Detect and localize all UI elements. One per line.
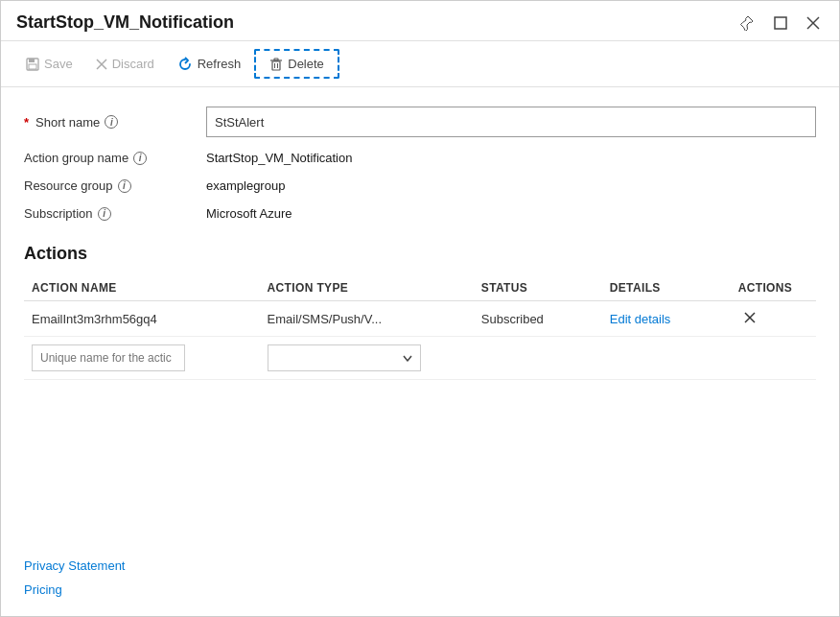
svg-rect-8 [272, 61, 280, 70]
save-button[interactable]: Save [16, 51, 82, 77]
discard-button[interactable]: Discard [86, 51, 164, 77]
new-action-details-cell [602, 337, 731, 380]
short-name-label: Short name [35, 115, 100, 130]
new-action-status-cell [474, 337, 602, 380]
subscription-label: Subscription [24, 206, 93, 221]
close-icon [806, 16, 820, 30]
actions-section: Actions ACTION NAME ACTION TYPE STATUS D… [24, 244, 816, 380]
resource-group-label-container: Resource group i [24, 178, 206, 193]
action-group-name-label: Action group name [24, 151, 128, 165]
delete-row-button[interactable] [738, 309, 761, 328]
panel-title: StartStop_VM_Notification [16, 12, 234, 33]
delete-button[interactable]: Delete [254, 49, 339, 79]
actions-table: ACTION NAME ACTION TYPE STATUS DETAILS A… [24, 275, 816, 380]
footer-links: Privacy Statement Pricing [24, 543, 816, 597]
remove-icon [744, 312, 756, 323]
subscription-row: Subscription i Microsoft Azure [24, 206, 816, 221]
save-icon [26, 58, 39, 71]
refresh-label: Refresh [198, 57, 242, 71]
discard-label: Discard [112, 57, 154, 71]
chevron-down-icon [403, 355, 412, 362]
toolbar: Save Discard Refresh Delete [1, 41, 839, 87]
action-type-dropdown[interactable] [268, 344, 421, 371]
short-name-info-icon[interactable]: i [105, 115, 118, 129]
svg-rect-10 [274, 59, 278, 60]
col-header-status: STATUS [474, 275, 602, 301]
short-name-row: * Short name i [24, 107, 816, 137]
refresh-icon [177, 57, 193, 72]
action-actions-cell [731, 301, 816, 337]
new-action-type-cell [260, 337, 474, 380]
edit-details-link[interactable]: Edit details [610, 312, 671, 326]
action-name-cell: EmailInt3m3rhm56gq4 [24, 301, 260, 337]
close-button[interactable] [803, 14, 824, 32]
window-controls [735, 13, 824, 33]
col-header-actions: ACTIONS [731, 275, 816, 301]
table-row: EmailInt3m3rhm56gq4 Email/SMS/Push/V... … [24, 301, 816, 337]
resource-group-label: Resource group [24, 178, 113, 193]
save-label: Save [44, 57, 73, 71]
required-indicator: * [24, 115, 29, 130]
pin-icon [739, 15, 755, 31]
pricing-link[interactable]: Pricing [24, 582, 816, 597]
action-details-cell: Edit details [602, 301, 731, 337]
delete-icon [269, 58, 283, 71]
col-header-action-name: ACTION NAME [24, 275, 260, 301]
action-group-name-value: StartStop_VM_Notification [206, 151, 352, 165]
short-name-label-container: * Short name i [24, 115, 206, 130]
new-action-row [24, 337, 816, 380]
new-action-name-input[interactable] [32, 344, 185, 371]
svg-rect-5 [29, 64, 36, 69]
action-status-cell: Subscribed [474, 301, 602, 337]
new-action-name-cell [24, 337, 260, 380]
maximize-icon [774, 16, 787, 30]
delete-label: Delete [288, 57, 324, 71]
title-bar: StartStop_VM_Notification [1, 1, 839, 41]
short-name-input[interactable] [206, 107, 816, 137]
new-action-actions-cell [731, 337, 816, 380]
action-group-name-label-container: Action group name i [24, 151, 206, 165]
content-area: * Short name i Action group name i Start… [1, 87, 839, 616]
col-header-details: DETAILS [602, 275, 731, 301]
main-panel: StartStop_VM_Notification [0, 0, 840, 617]
discard-icon [96, 59, 107, 70]
maximize-button[interactable] [770, 14, 791, 32]
resource-group-row: Resource group i examplegroup [24, 178, 816, 193]
action-group-name-info-icon[interactable]: i [133, 152, 147, 165]
table-header-row: ACTION NAME ACTION TYPE STATUS DETAILS A… [24, 275, 816, 301]
subscription-info-icon[interactable]: i [98, 207, 111, 221]
subscription-label-container: Subscription i [24, 206, 206, 221]
svg-rect-0 [775, 17, 786, 29]
col-header-action-type: ACTION TYPE [260, 275, 474, 301]
svg-rect-4 [29, 59, 35, 62]
actions-title: Actions [24, 244, 816, 264]
subscription-value: Microsoft Azure [206, 206, 292, 221]
resource-group-info-icon[interactable]: i [118, 179, 131, 193]
pin-button[interactable] [735, 13, 758, 33]
action-group-name-row: Action group name i StartStop_VM_Notific… [24, 151, 816, 165]
privacy-link[interactable]: Privacy Statement [24, 558, 816, 573]
resource-group-value: examplegroup [206, 178, 285, 193]
refresh-button[interactable]: Refresh [168, 51, 251, 78]
action-type-cell: Email/SMS/Push/V... [260, 301, 474, 337]
